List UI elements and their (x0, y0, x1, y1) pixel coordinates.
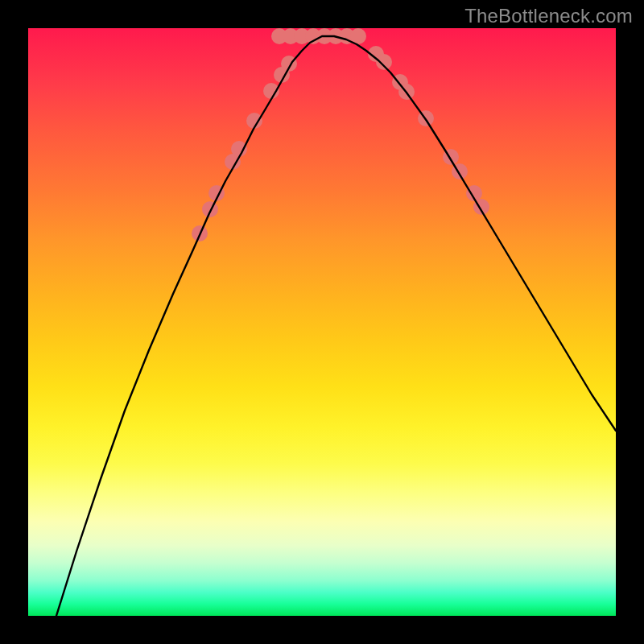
plot-area (28, 28, 616, 616)
data-marker (376, 54, 392, 70)
data-markers (192, 28, 489, 242)
curve-line (56, 36, 616, 616)
chart-svg (28, 28, 616, 616)
chart-canvas: TheBottleneck.com (0, 0, 644, 644)
data-marker (202, 201, 218, 217)
watermark-text: TheBottleneck.com (464, 5, 633, 27)
data-marker (231, 141, 247, 157)
